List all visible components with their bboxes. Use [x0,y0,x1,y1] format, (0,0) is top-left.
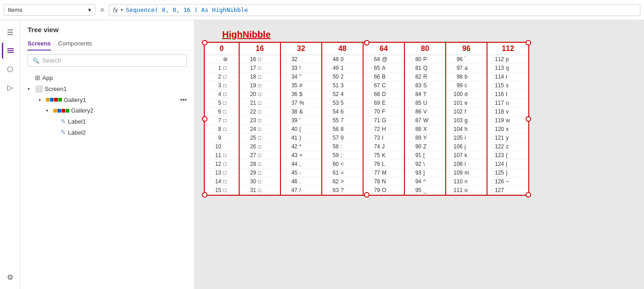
tree-item-gallery2[interactable]: ▾ Gallery2 [20,105,194,116]
handle-bm[interactable] [364,192,370,198]
col-header-48: 48 [322,43,363,55]
table-cell: 18□ [239,73,280,81]
table-cell: 126~ [487,177,528,186]
tree-item-screen1[interactable]: ▾ ⬜ Screen1 [20,83,194,94]
equals-sign: = [100,6,104,14]
table-row: 2□18□34"50266B82R98b114r [205,73,528,81]
table-row: 1□17□33!49165A81Q97a113q [205,64,528,73]
table-cell: 124| [487,160,528,169]
tree-item-label1[interactable]: ✎ Label1 [20,116,194,127]
sidebar-icons: ☰ ⬡ ▷ ⚙ [0,20,20,289]
table-row: 12□28□44,60<76L92\108l124| [205,160,528,169]
table-row: ⊛16□3248064@80P96`112p [205,55,528,64]
table-cell: 123{ [487,151,528,160]
table-cell: 118v [487,108,528,116]
table-cell: 9 [205,134,239,142]
search-icon: 🔍 [33,57,39,64]
tree-item-gallery1[interactable]: ▾ Gallery1 ••• [20,94,194,105]
table-cell: 113q [487,64,528,73]
table-cell: 68D [363,90,404,99]
table-cell: 480 [322,55,363,64]
table-cell: 121y [487,134,528,142]
table-cell: 105i [446,134,487,142]
table-cell: 65A [363,64,404,73]
table-cell: 4□ [205,90,239,99]
item-label: Gallery1 [64,96,86,103]
table-cell: 14□ [205,177,239,186]
table-cell: 34" [280,73,322,81]
table-cell: 78N [363,177,404,186]
table-cell: 75K [363,151,404,160]
table-cell: 82R [404,73,446,81]
table-cell: 44, [280,160,322,169]
table-cell: 30□ [239,177,280,186]
table-cell: 535 [322,99,363,108]
table-cell: 16□ [239,55,280,64]
media-icon[interactable]: ▷ [2,79,18,96]
handle-bl[interactable] [202,192,207,198]
gallery-container[interactable]: 0 16 32 48 64 80 96 112 ⊛16□3248064@80P9… [204,42,529,196]
table-cell: 80P [404,55,446,64]
search-box[interactable]: 🔍 [28,54,187,67]
tab-screens[interactable]: Screens [28,37,51,51]
search-input[interactable] [42,57,182,64]
table-cell: 122z [487,142,528,151]
table-cell: 111o [446,186,487,195]
table-cell: 2□ [205,73,239,81]
handle-br[interactable] [526,192,531,198]
table-cell: 86V [404,108,446,116]
handle-tr[interactable] [526,40,531,45]
table-cell: 90Z [404,142,446,151]
components-icon[interactable]: ⬡ [2,61,18,77]
fx-icon: fx [113,6,118,14]
table-cell: 109m [446,169,487,177]
canvas-area[interactable]: HighNibble 0 16 32 48 64 8 [195,20,644,289]
item-label: App [42,74,53,81]
table-row: 4□20□36$52468D84T100d116t [205,90,528,99]
table-cell: 28□ [239,160,280,169]
table-cell: 89Y [404,134,446,142]
table-cell: 26□ [239,142,280,151]
tree-item-app[interactable]: ⊞ App [20,72,194,83]
table-cell: 60< [322,160,363,169]
table-cell: 120x [487,125,528,134]
formula-bar[interactable]: fx ▾ Sequence( 8, 0, 16 ) As HighNibble [109,4,640,16]
more-options-icon[interactable]: ••• [180,96,187,103]
tab-components[interactable]: Components [58,37,92,51]
handle-tl[interactable] [202,40,207,45]
table-cell: 71G [363,116,404,125]
handle-mr[interactable] [526,116,531,122]
table-cell: 7□ [205,116,239,125]
settings-icon[interactable]: ⚙ [2,269,18,285]
main-area: ☰ ⬡ ▷ ⚙ Tree view Screens Components 🔍 [0,20,644,289]
table-cell: 24□ [239,125,280,134]
table-cell: 98b [446,73,487,81]
label-icon: ✎ [61,118,66,125]
label-icon: ✎ [61,129,66,136]
table-cell: 77M [363,169,404,177]
table-cell: 1□ [205,64,239,73]
hamburger-icon[interactable]: ☰ [2,24,18,40]
tree-item-label2[interactable]: ✎ Label2 [20,127,194,138]
handle-tm[interactable] [364,40,370,45]
table-row: 925□41)57973I89Y105i121y [205,134,528,142]
handle-ml[interactable] [202,116,207,122]
table-cell: 524 [322,90,363,99]
table-cell: 84T [404,90,446,99]
table-cell: 23□ [239,116,280,125]
chevron-down-icon: ▾ [88,6,91,13]
col-header-112: 112 [487,43,528,55]
items-dropdown[interactable]: Items ▾ [4,4,95,16]
layers-icon[interactable] [2,42,18,59]
table-row: 13□29□45-61=77M93]109m125} [205,169,528,177]
table-cell: 546 [322,108,363,116]
table-cell: 12□ [205,160,239,169]
table-cell: 10 [205,142,239,151]
table-cell: 127 [487,186,528,195]
table-cell: 20□ [239,90,280,99]
table-cell: 101e [446,99,487,108]
table-cell: 103g [446,116,487,125]
col-header-0: 0 [205,43,239,55]
table-row: 6□22□38&54670F86V102f118v [205,108,528,116]
table-cell: 21□ [239,99,280,108]
